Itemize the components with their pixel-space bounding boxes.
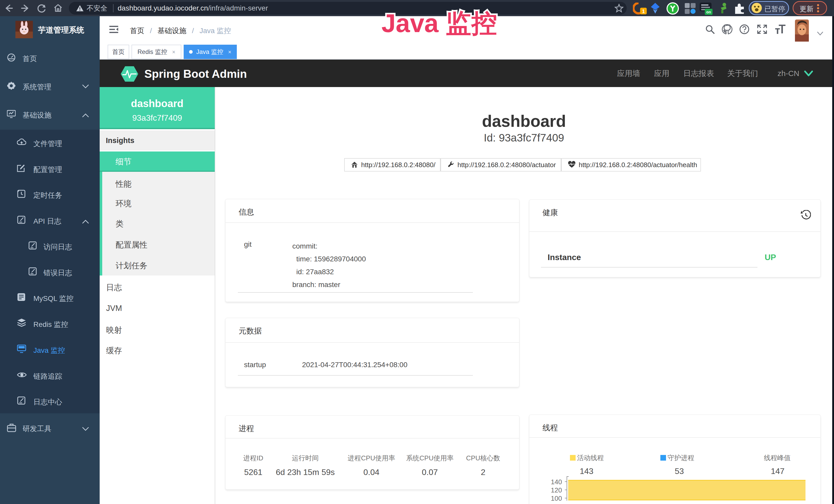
- svg-text:Java 监控: Java 监控: [381, 9, 497, 38]
- svg-text:1: 1: [642, 8, 645, 14]
- svg-text:on: on: [706, 10, 711, 14]
